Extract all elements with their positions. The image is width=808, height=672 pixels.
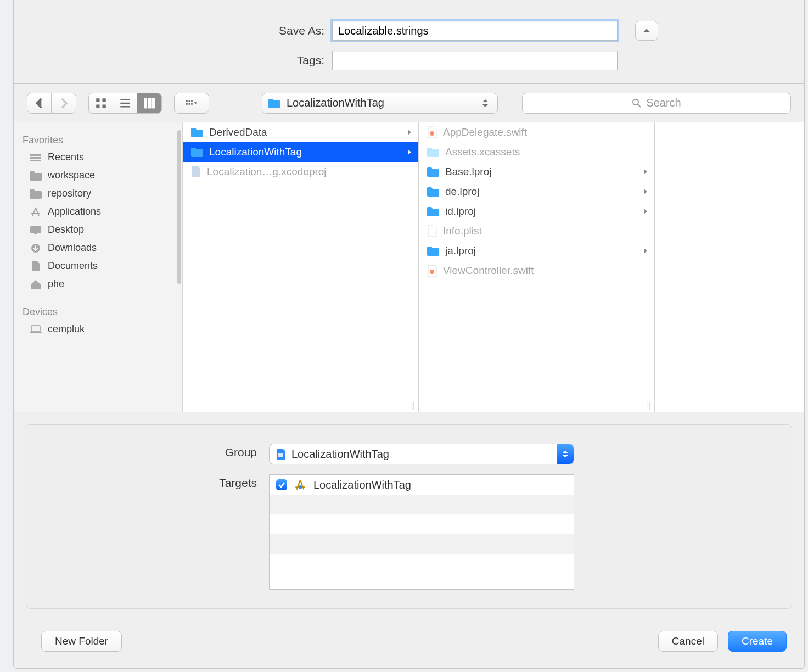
column-2[interactable]: AppDelegate.swift Assets.xcassets Base.l… [419, 122, 655, 412]
column-3[interactable] [655, 122, 804, 412]
svg-rect-15 [191, 103, 193, 105]
save-as-label: Save As: [160, 24, 324, 37]
home-icon [29, 279, 42, 290]
chevron-right-icon [642, 248, 649, 254]
column-view-button[interactable] [137, 93, 161, 113]
file-label: DerivedData [209, 126, 267, 138]
svg-rect-20 [30, 160, 41, 161]
create-button[interactable]: Create [728, 631, 787, 652]
file-label: Assets.xcassets [445, 146, 520, 158]
group-popup[interactable]: LocalizationWithTag [269, 444, 574, 464]
svg-rect-19 [30, 157, 41, 159]
tags-label: Tags: [160, 54, 324, 67]
file-row[interactable]: DerivedData [183, 122, 418, 142]
svg-rect-4 [120, 99, 130, 100]
chevron-right-icon [642, 208, 649, 215]
svg-rect-21 [30, 226, 41, 233]
targets-label: Targets [59, 474, 257, 590]
cancel-button[interactable]: Cancel [658, 631, 718, 652]
folder-icon [427, 206, 440, 217]
chevron-left-icon [34, 98, 45, 109]
target-row-empty [270, 554, 574, 574]
file-label: de.lproj [445, 186, 479, 198]
svg-rect-0 [96, 98, 99, 102]
new-folder-button[interactable]: New Folder [41, 631, 122, 652]
sidebar-item-workspace[interactable]: workspace [14, 166, 182, 184]
sidebar-item-documents[interactable]: Documents [14, 257, 182, 275]
search-field[interactable]: Search [522, 93, 791, 114]
file-row-selected[interactable]: LocalizationWithTag [183, 142, 418, 162]
sidebar-scrollbar[interactable] [177, 130, 181, 284]
app-target-icon [294, 479, 307, 491]
target-label: LocalizationWithTag [313, 479, 411, 491]
sidebar-item-desktop[interactable]: Desktop [14, 221, 182, 239]
svg-rect-22 [34, 233, 37, 234]
svg-rect-10 [186, 100, 188, 102]
file-row[interactable]: id.lproj [419, 201, 654, 221]
svg-rect-13 [186, 103, 188, 105]
file-row[interactable]: Info.plist [419, 221, 654, 241]
target-row-empty [270, 514, 574, 534]
view-mode-segment [88, 93, 162, 114]
button-label: New Folder [55, 635, 108, 647]
sidebar-item-recents[interactable]: Recents [14, 148, 182, 166]
svg-point-26 [430, 131, 434, 136]
tags-input[interactable] [332, 51, 618, 70]
target-row[interactable]: LocalizationWithTag [270, 475, 574, 495]
options-panel-wrap: Group LocalizationWithTag Targets [14, 412, 804, 621]
path-popup[interactable]: LocalizationWithTag [262, 93, 498, 114]
column-resize-handle[interactable]: || [407, 401, 418, 412]
file-row[interactable]: Localization…g.xcodeproj [183, 162, 418, 182]
target-checkbox[interactable] [276, 479, 287, 490]
devices-section-label: Devices [14, 302, 182, 320]
file-row[interactable]: ja.lproj [419, 241, 654, 261]
file-label: Info.plist [443, 225, 482, 237]
sidebar-item-label: phe [48, 278, 64, 290]
folder-icon [427, 186, 440, 197]
column-1[interactable]: DerivedData LocalizationWithTag Localiza… [183, 122, 419, 412]
save-as-input[interactable] [332, 21, 618, 41]
collapse-toggle-button[interactable] [635, 21, 658, 41]
svg-rect-24 [31, 326, 40, 332]
targets-list: LocalizationWithTag [269, 474, 574, 590]
svg-rect-28 [278, 453, 283, 457]
sidebar-item-label: cempluk [48, 323, 85, 335]
targets-row: Targets LocalizationWithTag [59, 474, 759, 590]
sidebar: Favorites Recents workspace repository A… [14, 122, 183, 412]
file-label: Localization…g.xcodeproj [207, 166, 327, 178]
sidebar-item-device[interactable]: cempluk [14, 320, 182, 338]
icon-view-button[interactable] [89, 93, 113, 113]
sidebar-item-applications[interactable]: Applications [14, 203, 182, 221]
columns-icon [144, 98, 155, 109]
options-panel: Group LocalizationWithTag Targets [26, 424, 792, 609]
file-row[interactable]: AppDelegate.swift [419, 122, 654, 142]
forward-button[interactable] [52, 93, 76, 113]
list-view-button[interactable] [113, 93, 137, 113]
applications-icon [29, 206, 42, 217]
sidebar-item-repository[interactable]: repository [14, 184, 182, 203]
sidebar-item-downloads[interactable]: Downloads [14, 239, 182, 257]
svg-rect-12 [191, 100, 193, 102]
svg-point-29 [299, 485, 302, 489]
dialog-footer: New Folder Cancel Create [14, 621, 804, 668]
file-row[interactable]: de.lproj [419, 182, 654, 201]
folder-icon [427, 245, 440, 256]
arrange-button[interactable] [175, 93, 209, 113]
column-resize-handle[interactable]: || [643, 401, 654, 412]
save-dialog: Save As: Tags: [13, 0, 805, 669]
file-label: LocalizationWithTag [209, 146, 302, 158]
laptop-icon [29, 324, 42, 335]
back-button[interactable] [27, 93, 52, 113]
xcodeproj-icon [275, 448, 286, 460]
svg-rect-5 [120, 102, 130, 104]
chevron-right-icon [58, 98, 69, 109]
group-row: Group LocalizationWithTag [59, 444, 759, 464]
file-row[interactable]: Base.lproj [419, 162, 654, 182]
file-row[interactable]: ViewController.swift [419, 261, 654, 281]
file-row[interactable]: Assets.xcassets [419, 142, 654, 162]
button-label: Create [742, 635, 773, 647]
target-row-empty [270, 495, 574, 514]
sidebar-item-home[interactable]: phe [14, 275, 182, 293]
sidebar-item-label: repository [48, 188, 91, 199]
xcodeproj-icon [190, 166, 201, 178]
